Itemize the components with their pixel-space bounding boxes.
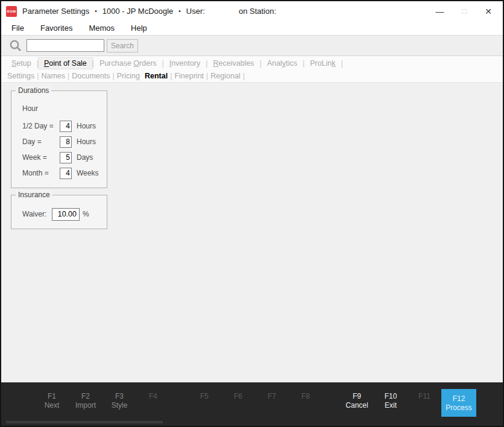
subtab-documents[interactable]: Documents xyxy=(69,71,112,81)
user-label: User: xyxy=(186,7,205,16)
title-bullet: • xyxy=(178,8,181,14)
fkey-f10-exit[interactable]: F10 Exit xyxy=(374,392,408,417)
search-button[interactable]: Search xyxy=(107,39,138,52)
tab-label-post: oint of Sale xyxy=(49,59,87,68)
tab-purchase-orders[interactable]: Purchase Orders xyxy=(94,58,162,69)
subtab-regional[interactable]: Regional xyxy=(208,71,242,81)
title-bullet: • xyxy=(95,8,97,14)
half-day-unit: Hours xyxy=(77,122,96,130)
fkey-f11: F11 xyxy=(408,392,441,417)
fkey-number: F11 xyxy=(408,392,441,401)
day-label: Day = xyxy=(22,138,60,146)
day-unit: Hours xyxy=(77,138,96,146)
week-label: Week = xyxy=(22,153,60,162)
menu-favorites[interactable]: Favorites xyxy=(40,24,72,33)
day-row: Day = Hours xyxy=(22,136,107,148)
tab-label-post: eceivables xyxy=(219,59,254,68)
month-row: Month = Weeks xyxy=(22,167,107,179)
month-label: Month = xyxy=(22,169,60,177)
month-weeks-input[interactable] xyxy=(60,168,72,179)
fkey-action: Import xyxy=(69,401,102,410)
subtab-settings[interactable]: Settings xyxy=(5,71,37,81)
fkey-number: F4 xyxy=(136,392,170,401)
fkey-number: F5 xyxy=(187,392,221,401)
day-hours-input[interactable] xyxy=(60,136,72,148)
minimize-icon[interactable]: — xyxy=(435,7,444,16)
tab-label-accel: O xyxy=(133,59,139,68)
menu-memos[interactable]: Memos xyxy=(89,24,115,33)
tab-receivables[interactable]: Receivables xyxy=(208,58,260,69)
tab-label-post: nventory xyxy=(171,59,200,68)
tab-analytics[interactable]: Analytics xyxy=(262,58,303,69)
tab-label-pre: Anal xyxy=(267,59,282,68)
subtab-rental[interactable]: Rental xyxy=(142,71,170,81)
search-bar: Search xyxy=(1,36,503,56)
tab-label-post: tics xyxy=(286,59,297,68)
fkey-action: Exit xyxy=(374,401,408,410)
close-icon[interactable]: ✕ xyxy=(485,7,492,16)
month-unit: Weeks xyxy=(77,169,98,177)
waiver-row: Waiver: % xyxy=(22,207,107,221)
fkey-number: F6 xyxy=(221,392,255,401)
horizontal-scrollbar-thumb[interactable] xyxy=(6,421,163,423)
tab-label-pre: Purchase xyxy=(99,59,133,68)
menu-bar: File Favorites Memos Help xyxy=(1,21,503,36)
subtab-fineprint[interactable]: Fineprint xyxy=(172,71,206,81)
tab-inventory[interactable]: Inventory xyxy=(164,58,206,69)
subtab-separator: | xyxy=(243,72,245,80)
fkey-f2-import[interactable]: F2 Import xyxy=(69,392,102,410)
search-icon xyxy=(9,39,22,52)
content-area: Durations Hour 1/2 Day = Hours Day = Hou… xyxy=(1,83,503,382)
tab-label-accel: R xyxy=(213,59,219,68)
fkey-f5: F5 xyxy=(187,392,221,401)
week-row: Week = Days xyxy=(22,151,107,163)
tab-label-pre: ProLin xyxy=(310,59,332,68)
title-bar: RSM Parameter Settings • 1000 - JP McDoo… xyxy=(1,1,503,21)
app-window: RSM Parameter Settings • 1000 - JP McDoo… xyxy=(0,0,504,427)
half-day-label: 1/2 Day = xyxy=(22,122,60,130)
fkey-f6: F6 xyxy=(221,392,255,401)
tab-point-of-sale[interactable]: Point of Sale xyxy=(39,58,92,69)
entity-title: 1000 - JP McDoogle xyxy=(102,7,174,16)
search-input[interactable] xyxy=(27,39,104,52)
menu-help[interactable]: Help xyxy=(131,24,147,33)
fkey-f1-next[interactable]: F1 Next xyxy=(35,392,69,410)
tab-prolink[interactable]: ProLink xyxy=(304,58,341,69)
waiver-percent-input[interactable] xyxy=(52,208,80,221)
hour-row-label: Hour xyxy=(22,104,107,113)
station-label: on Station: xyxy=(239,7,276,16)
main-tab-bar: Setup | Point of Sale | Purchase Orders … xyxy=(1,56,503,70)
half-day-row: 1/2 Day = Hours xyxy=(22,120,107,132)
week-days-input[interactable] xyxy=(60,152,72,163)
tab-label-post: etup xyxy=(16,59,31,68)
week-unit: Days xyxy=(77,153,93,162)
waiver-unit: % xyxy=(83,210,89,218)
insurance-group-title: Insurance xyxy=(16,191,52,199)
subtab-names[interactable]: Names xyxy=(39,71,68,81)
durations-groupbox: Durations Hour 1/2 Day = Hours Day = Hou… xyxy=(11,90,107,188)
fkey-action: Style xyxy=(102,401,136,410)
fkey-f12-process-button[interactable]: F12 Process xyxy=(441,389,476,417)
tab-separator: | xyxy=(341,59,343,68)
fkey-group-1: F1 Next F2 Import F3 Style F4 xyxy=(35,392,170,410)
window-title: Parameter Settings • 1000 - JP McDoogle … xyxy=(22,7,276,16)
sub-tab-bar: Settings | Names | Documents | Pricing R… xyxy=(1,70,503,83)
fkey-f9-cancel[interactable]: F9 Cancel xyxy=(340,392,374,417)
half-day-hours-input[interactable] xyxy=(60,121,72,132)
fkey-group-3: F9 Cancel F10 Exit F11 F12 Process xyxy=(340,392,476,417)
fkey-number: F3 xyxy=(102,392,136,401)
fkey-action: Cancel xyxy=(340,401,374,410)
fkey-number: F1 xyxy=(35,392,69,401)
fkey-group-2: F5 F6 F7 F8 xyxy=(187,392,323,401)
insurance-groupbox: Insurance Waiver: % xyxy=(11,195,107,229)
tab-setup[interactable]: Setup xyxy=(6,58,37,69)
fkey-number: F10 xyxy=(374,392,408,401)
subtab-pricing[interactable]: Pricing xyxy=(115,71,142,81)
maximize-icon: □ xyxy=(462,7,467,15)
fkey-f3-style[interactable]: F3 Style xyxy=(102,392,136,410)
app-title: Parameter Settings xyxy=(22,7,89,16)
function-key-bar: F1 Next F2 Import F3 Style F4 F5 F6 xyxy=(1,382,503,426)
fkey-number: F7 xyxy=(255,392,289,401)
menu-file[interactable]: File xyxy=(11,24,24,33)
fkey-f8: F8 xyxy=(289,392,323,401)
